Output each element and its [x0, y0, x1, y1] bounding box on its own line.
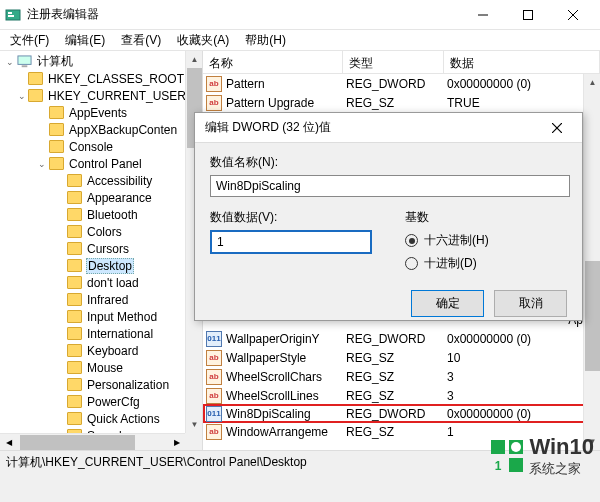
tree-node[interactable]: AppEvents — [0, 104, 184, 121]
tree-expand-icon[interactable]: ⌄ — [4, 57, 15, 67]
tree-node[interactable]: Personalization — [0, 376, 184, 393]
tree-expand-icon[interactable]: ⌄ — [18, 91, 26, 101]
folder-icon — [49, 106, 64, 119]
radio-icon — [405, 257, 418, 270]
folder-icon — [67, 361, 82, 374]
cancel-button[interactable]: 取消 — [494, 290, 567, 317]
folder-icon — [67, 293, 82, 306]
tree-node[interactable]: Input Method — [0, 308, 184, 325]
svg-rect-9 — [491, 440, 505, 454]
svg-rect-7 — [18, 56, 31, 64]
tree-node[interactable]: International — [0, 325, 184, 342]
radio-label: 十进制(D) — [424, 255, 477, 272]
svg-rect-11 — [509, 458, 523, 472]
list-cell-type: REG_SZ — [346, 96, 447, 110]
tree-node-label: Accessibility — [86, 174, 152, 188]
tree-node[interactable]: ⌄HKEY_CURRENT_USER — [0, 87, 184, 104]
menu-file[interactable]: 文件(F) — [2, 30, 57, 51]
scroll-left-icon[interactable]: ◀ — [0, 434, 17, 450]
list-row[interactable]: abPatternREG_DWORD0x00000000 (0) — [203, 74, 600, 93]
tree-node[interactable]: ⌄Control Panel — [0, 155, 184, 172]
menu-help[interactable]: 帮助(H) — [237, 30, 294, 51]
svg-point-13 — [511, 442, 521, 452]
tree-node[interactable]: PowerCfg — [0, 393, 184, 410]
column-header-name[interactable]: 名称 — [203, 51, 343, 73]
tree-node-label: Input Method — [86, 310, 157, 324]
value-name-input[interactable]: Win8DpiScaling — [210, 175, 570, 197]
tree-root[interactable]: ⌄ 计算机 — [0, 53, 184, 70]
scroll-up-icon[interactable]: ▲ — [584, 74, 600, 91]
list-row[interactable]: abWheelScrollCharsREG_SZ3 — [203, 367, 600, 386]
tree-node[interactable]: Console — [0, 138, 184, 155]
scroll-right-icon[interactable]: ▶ — [168, 434, 185, 450]
column-header-data[interactable]: 数据 — [444, 51, 600, 73]
tree-node-label: Mouse — [86, 361, 123, 375]
registry-tree[interactable]: ⌄ 计算机 HKEY_CLASSES_ROOT⌄HKEY_CURRENT_USE… — [0, 51, 184, 446]
list-row[interactable]: abWheelScrollLinesREG_SZ3 — [203, 386, 600, 405]
list-row[interactable]: abWallpaperStyleREG_SZ10 — [203, 348, 600, 367]
radix-group-label: 基数 — [405, 209, 489, 226]
window-close-button[interactable] — [550, 0, 595, 30]
tree-node[interactable]: Keyboard — [0, 342, 184, 359]
reg-sz-icon: ab — [206, 95, 222, 111]
ok-button[interactable]: 确定 — [411, 290, 484, 317]
tree-node[interactable]: Desktop — [0, 257, 184, 274]
radix-dec-radio[interactable]: 十进制(D) — [405, 255, 489, 272]
menu-view[interactable]: 查看(V) — [113, 30, 169, 51]
radix-hex-radio[interactable]: 十六进制(H) — [405, 232, 489, 249]
folder-icon — [49, 157, 64, 170]
window-titlebar: 注册表编辑器 — [0, 0, 600, 30]
tree-node-label: Personalization — [86, 378, 169, 392]
svg-rect-2 — [8, 15, 14, 17]
folder-icon — [28, 72, 43, 85]
menu-favorites[interactable]: 收藏夹(A) — [169, 30, 237, 51]
tree-node[interactable]: AppXBackupConten — [0, 121, 184, 138]
tree-horizontal-scrollbar[interactable]: ◀ ▶ — [0, 433, 185, 450]
list-scrollbar-thumb[interactable] — [585, 261, 600, 371]
edit-dword-dialog: 编辑 DWORD (32 位)值 数值名称(N): Win8DpiScaling… — [194, 112, 583, 321]
tree-node-label: AppXBackupConten — [68, 123, 177, 137]
reg-sz-icon: ab — [206, 388, 222, 404]
tree-node[interactable]: Bluetooth — [0, 206, 184, 223]
list-row[interactable]: abPattern UpgradeREG_SZTRUE — [203, 93, 600, 112]
tree-node[interactable]: Cursors — [0, 240, 184, 257]
scroll-up-icon[interactable]: ▲ — [186, 51, 203, 68]
column-header-type[interactable]: 类型 — [343, 51, 444, 73]
scroll-down-icon[interactable]: ▼ — [186, 416, 203, 433]
tree-node[interactable]: Appearance — [0, 189, 184, 206]
window-maximize-button[interactable] — [505, 0, 550, 30]
tree-node[interactable]: Infrared — [0, 291, 184, 308]
tree-node-label: AppEvents — [68, 106, 127, 120]
list-row[interactable]: 011WallpaperOriginYREG_DWORD0x00000000 (… — [203, 329, 600, 348]
tree-node-label: Bluetooth — [86, 208, 138, 222]
watermark-sub: 系统之家 — [529, 460, 594, 478]
list-cell-name: WallpaperOriginY — [226, 332, 346, 346]
list-vertical-scrollbar[interactable]: ▲ ▼ — [583, 74, 600, 450]
menu-edit[interactable]: 编辑(E) — [57, 30, 113, 51]
list-cell-name: WheelScrollLines — [226, 389, 346, 403]
tree-node-label: PowerCfg — [86, 395, 140, 409]
list-row[interactable]: 011Win8DpiScalingREG_DWORD0x00000000 (0) — [203, 404, 600, 423]
tree-node[interactable]: don't load — [0, 274, 184, 291]
tree-node-label: International — [86, 327, 153, 341]
tree-node[interactable]: HKEY_CLASSES_ROOT — [0, 70, 184, 87]
svg-rect-4 — [523, 10, 532, 19]
tree-node[interactable]: Accessibility — [0, 172, 184, 189]
svg-text:1: 1 — [495, 459, 502, 473]
tree-expand-icon[interactable]: ⌄ — [36, 159, 47, 169]
tree-node[interactable]: Colors — [0, 223, 184, 240]
folder-icon — [67, 208, 82, 221]
list-cell-name: WheelScrollChars — [226, 370, 346, 384]
tree-hscrollbar-thumb[interactable] — [20, 435, 135, 450]
tree-node[interactable]: Mouse — [0, 359, 184, 376]
tree-node-label: Appearance — [86, 191, 152, 205]
window-minimize-button[interactable] — [460, 0, 505, 30]
radio-label: 十六进制(H) — [424, 232, 489, 249]
dialog-title: 编辑 DWORD (32 位)值 — [205, 119, 542, 136]
value-data-input[interactable]: 1 — [210, 230, 372, 254]
tree-node[interactable]: Quick Actions — [0, 410, 184, 427]
dialog-close-button[interactable] — [542, 113, 572, 143]
dialog-titlebar: 编辑 DWORD (32 位)值 — [195, 113, 582, 143]
reg-sz-icon: ab — [206, 369, 222, 385]
folder-icon — [67, 276, 82, 289]
